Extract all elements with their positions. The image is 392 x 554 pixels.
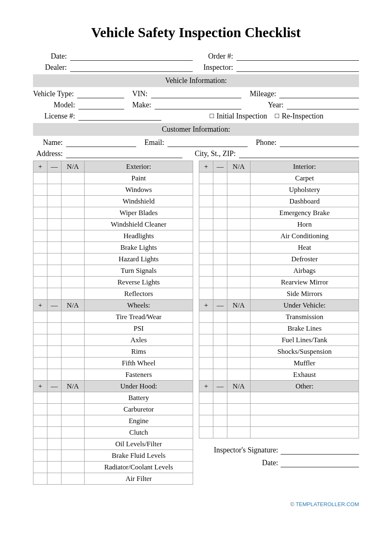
cell-minus[interactable] [47, 173, 61, 184]
cell-minus[interactable] [213, 196, 227, 207]
cell-minus[interactable] [47, 473, 61, 485]
cell-minus[interactable] [47, 219, 61, 230]
cell-na[interactable] [227, 242, 250, 253]
cell-plus[interactable] [33, 427, 47, 438]
cell-na[interactable] [61, 415, 85, 427]
cell-plus[interactable] [199, 415, 213, 427]
cell-na[interactable] [61, 253, 85, 265]
cell-na[interactable] [227, 369, 250, 381]
cell-plus[interactable] [33, 242, 47, 253]
cell-na[interactable] [61, 392, 85, 404]
cell-plus[interactable] [33, 438, 47, 450]
input-model[interactable] [78, 101, 124, 109]
cell-plus[interactable] [33, 404, 47, 415]
cell-plus[interactable] [199, 265, 213, 277]
cell-plus[interactable] [199, 277, 213, 288]
cell-na[interactable] [61, 288, 85, 300]
input-inspector[interactable] [236, 64, 359, 72]
cell-minus[interactable] [47, 311, 61, 323]
cell-plus[interactable] [33, 219, 47, 230]
input-dealer[interactable] [70, 64, 193, 72]
cell-plus[interactable] [33, 462, 47, 473]
input-address[interactable] [66, 150, 182, 158]
cell-plus[interactable] [199, 288, 213, 300]
cell-na[interactable] [61, 462, 85, 473]
cell-na[interactable] [61, 450, 85, 462]
input-order[interactable] [236, 52, 359, 61]
checkbox-initial-icon[interactable]: ☐ [209, 113, 215, 119]
cell-plus[interactable] [33, 334, 47, 346]
cell-minus[interactable] [47, 404, 61, 415]
cell-minus[interactable] [213, 415, 227, 427]
input-city[interactable] [239, 150, 359, 158]
cell-plus[interactable] [199, 404, 213, 415]
input-email[interactable] [168, 139, 248, 147]
cell-minus[interactable] [47, 369, 61, 381]
cell-na[interactable] [227, 173, 250, 184]
cell-minus[interactable] [47, 184, 61, 196]
input-phone[interactable] [280, 139, 359, 147]
cell-minus[interactable] [47, 196, 61, 207]
cell-na[interactable] [61, 473, 85, 485]
cell-minus[interactable] [47, 462, 61, 473]
cell-plus[interactable] [199, 196, 213, 207]
cell-minus[interactable] [213, 427, 227, 438]
cell-minus[interactable] [47, 450, 61, 462]
cell-plus[interactable] [33, 277, 47, 288]
cell-plus[interactable] [33, 392, 47, 404]
cell-minus[interactable] [213, 369, 227, 381]
cell-na[interactable] [227, 334, 250, 346]
cell-plus[interactable] [33, 196, 47, 207]
cell-na[interactable] [227, 196, 250, 207]
input-vin[interactable] [151, 90, 242, 98]
cell-plus[interactable] [199, 207, 213, 219]
checkbox-reinspect-icon[interactable]: ☐ [274, 113, 280, 119]
cell-na[interactable] [227, 277, 250, 288]
input-mileage[interactable] [279, 90, 359, 98]
cell-minus[interactable] [213, 277, 227, 288]
cell-na[interactable] [61, 184, 85, 196]
cell-minus[interactable] [47, 207, 61, 219]
cell-na[interactable] [61, 404, 85, 415]
cell-na[interactable] [227, 415, 250, 427]
cell-plus[interactable] [199, 253, 213, 265]
cell-na[interactable] [227, 404, 250, 415]
cell-na[interactable] [227, 323, 250, 334]
cell-na[interactable] [227, 357, 250, 369]
cell-plus[interactable] [199, 242, 213, 253]
cell-na[interactable] [227, 253, 250, 265]
cell-plus[interactable] [33, 415, 47, 427]
cell-minus[interactable] [47, 253, 61, 265]
cell-na[interactable] [227, 184, 250, 196]
cell-na[interactable] [61, 265, 85, 277]
input-vehicle-type[interactable] [77, 90, 124, 98]
cell-plus[interactable] [33, 207, 47, 219]
cell-na[interactable] [61, 277, 85, 288]
cell-minus[interactable] [213, 207, 227, 219]
cell-na[interactable] [227, 265, 250, 277]
cell-na[interactable] [61, 242, 85, 253]
cell-plus[interactable] [199, 369, 213, 381]
cell-minus[interactable] [213, 288, 227, 300]
cell-plus[interactable] [33, 311, 47, 323]
input-license[interactable] [78, 112, 161, 121]
cell-plus[interactable] [199, 184, 213, 196]
cell-minus[interactable] [213, 253, 227, 265]
cell-plus[interactable] [199, 311, 213, 323]
cell-minus[interactable] [47, 392, 61, 404]
input-year[interactable] [287, 101, 359, 109]
cell-plus[interactable] [199, 219, 213, 230]
input-sig-date[interactable] [281, 459, 359, 467]
cell-plus[interactable] [33, 184, 47, 196]
cell-na[interactable] [227, 427, 250, 438]
cell-na[interactable] [61, 357, 85, 369]
cell-na[interactable] [227, 288, 250, 300]
cell-plus[interactable] [33, 253, 47, 265]
cell-minus[interactable] [213, 357, 227, 369]
cell-na[interactable] [227, 207, 250, 219]
cell-minus[interactable] [47, 277, 61, 288]
cell-plus[interactable] [199, 323, 213, 334]
cell-minus[interactable] [47, 427, 61, 438]
input-date[interactable] [70, 52, 193, 61]
cell-plus[interactable] [33, 323, 47, 334]
